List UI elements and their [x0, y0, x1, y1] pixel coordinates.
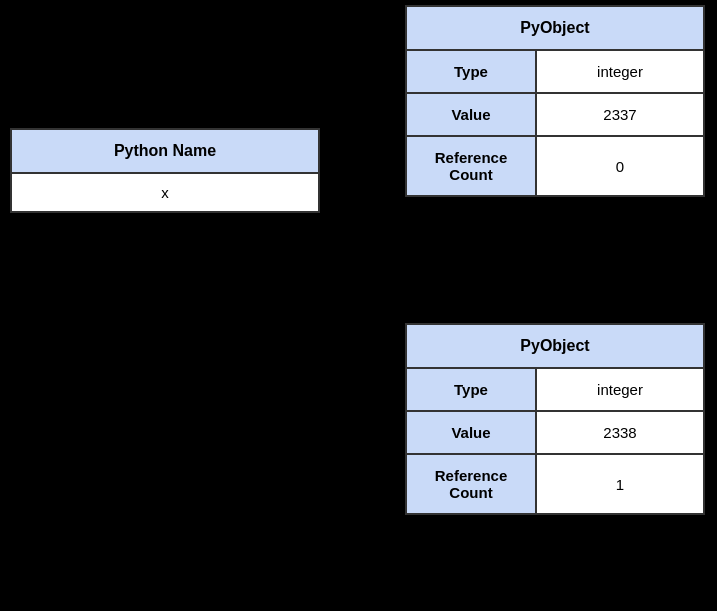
pyobject1-value-label: Value: [406, 93, 536, 136]
pyobject1-refcount-label: ReferenceCount: [406, 136, 536, 196]
pyobject2-refcount-value: 1: [536, 454, 704, 514]
pyobject1-type-label: Type: [406, 50, 536, 93]
pyobject2-value-label: Value: [406, 411, 536, 454]
pyobject-table-2: PyObject Type integer Value 2338 Referen…: [405, 323, 705, 515]
pyobject-table-1: PyObject Type integer Value 2337 Referen…: [405, 5, 705, 197]
pyobject1-type-value: integer: [536, 50, 704, 93]
python-name-header: Python Name: [11, 129, 319, 173]
python-name-table: Python Name x: [10, 128, 320, 213]
python-name-value: x: [11, 173, 319, 212]
pyobject2-value-value: 2338: [536, 411, 704, 454]
pyobject2-header: PyObject: [406, 324, 704, 368]
pyobject1-header: PyObject: [406, 6, 704, 50]
pyobject2-type-label: Type: [406, 368, 536, 411]
pyobject2-type-value: integer: [536, 368, 704, 411]
pyobject1-value-value: 2337: [536, 93, 704, 136]
pyobject1-refcount-value: 0: [536, 136, 704, 196]
main-container: Python Name x PyObject Type integer Valu…: [0, 0, 717, 611]
pyobject2-refcount-label: ReferenceCount: [406, 454, 536, 514]
